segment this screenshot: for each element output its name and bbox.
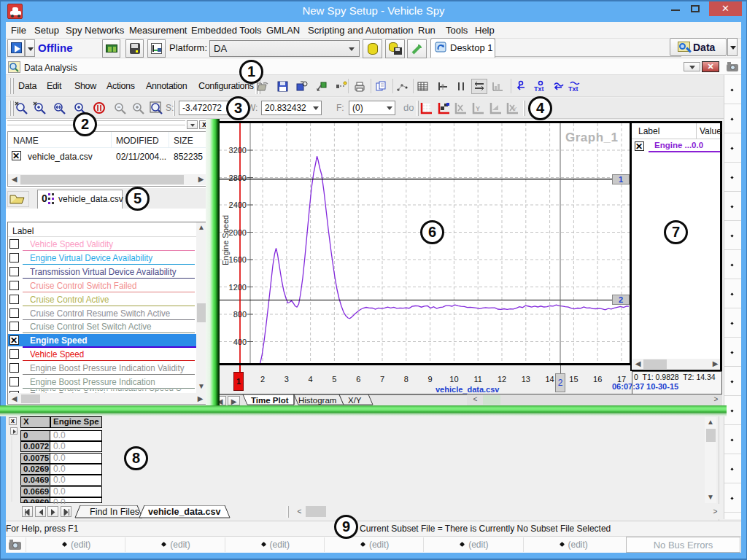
svg-text:Txt: Txt xyxy=(534,85,544,93)
svg-text:Txt: Txt xyxy=(568,85,578,93)
svg-text:Y: Y xyxy=(513,106,517,112)
svg-text:Y: Y xyxy=(476,105,480,112)
svg-text:Engine Speed: Engine Speed xyxy=(221,215,230,265)
